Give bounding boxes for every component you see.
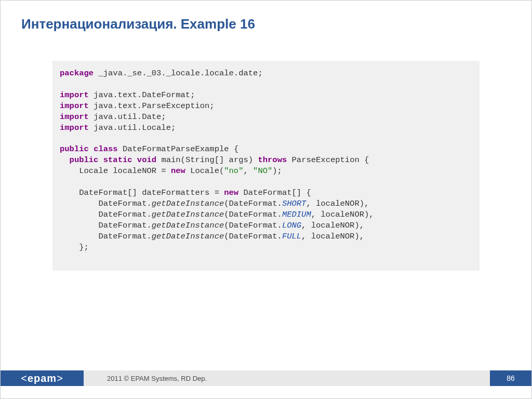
main-sig-2: ParseException { — [287, 155, 369, 165]
page-number: 86 — [490, 370, 531, 386]
call-prefix: DateFormat. — [60, 232, 152, 241]
call-prefix: DateFormat. — [60, 221, 152, 230]
code-block: package _java._se._03._locale.locale.dat… — [52, 61, 480, 271]
slide-title: Интернационализация. Example 16 — [1, 1, 531, 32]
close-array: }; — [60, 243, 89, 252]
keyword-static: static — [103, 155, 132, 165]
call-mid: (DateFormat. — [224, 199, 282, 208]
slide: Интернационализация. Example 16 package … — [0, 0, 532, 399]
class-declaration: DateFormatParseExample { — [118, 144, 239, 154]
method-getDateInstance: getDateInstance — [152, 232, 224, 241]
call-prefix: DateFormat. — [60, 199, 152, 208]
epam-logo: <epam> — [1, 370, 84, 386]
call-suffix: , localeNOR), — [301, 221, 364, 230]
footer: <epam> 2011 © EPAM Systems, RD Dep. 86 — [1, 370, 531, 386]
method-getDateInstance: getDateInstance — [152, 221, 224, 230]
call-mid: (DateFormat. — [224, 221, 282, 230]
method-getDateInstance: getDateInstance — [152, 210, 224, 219]
string-no: "no" — [224, 166, 243, 176]
call-suffix: , localeNOR), — [306, 199, 369, 208]
call-mid: (DateFormat. — [224, 210, 282, 219]
keyword-import: import — [60, 90, 89, 100]
main-sig-1: main(String[] args) — [156, 155, 258, 165]
string-NO: "NO" — [253, 166, 272, 176]
locale-line-1: Locale localeNOR = — [60, 166, 171, 176]
keyword-package: package — [60, 69, 94, 78]
call-prefix: DateFormat. — [60, 210, 152, 219]
call-suffix: , localeNOR), — [301, 232, 364, 241]
keyword-throws: throws — [258, 155, 287, 165]
comma: , — [243, 166, 253, 176]
const-short: SHORT — [282, 199, 307, 208]
footer-copyright: 2011 © EPAM Systems, RD Dep. — [84, 370, 490, 386]
const-long: LONG — [282, 221, 301, 230]
const-medium: MEDIUM — [282, 210, 311, 219]
locale-line-2: Locale( — [185, 166, 224, 176]
keyword-void: void — [137, 155, 156, 165]
call-suffix: , localeNOR), — [311, 210, 374, 219]
df-line-1: DateFormat[] dateFormatters = — [60, 188, 224, 197]
call-mid: (DateFormat. — [224, 232, 282, 241]
import-2: java.text.ParseException; — [89, 101, 215, 111]
method-getDateInstance: getDateInstance — [152, 199, 224, 208]
keyword-class: class — [94, 144, 118, 154]
const-full: FULL — [282, 232, 301, 241]
import-1: java.text.DateFormat; — [89, 90, 195, 100]
locale-line-3: ); — [272, 166, 282, 176]
keyword-public: public — [60, 144, 89, 154]
keyword-new: new — [224, 188, 238, 197]
import-4: java.util.Locale; — [89, 123, 176, 132]
keyword-import: import — [60, 101, 89, 111]
import-3: java.util.Date; — [89, 112, 166, 122]
keyword-new: new — [171, 166, 185, 176]
package-name: _java._se._03._locale.locale.date; — [94, 69, 263, 78]
keyword-import: import — [60, 112, 89, 122]
keyword-import: import — [60, 123, 89, 132]
keyword-public: public — [70, 155, 99, 165]
df-line-2: DateFormat[] { — [238, 188, 311, 197]
